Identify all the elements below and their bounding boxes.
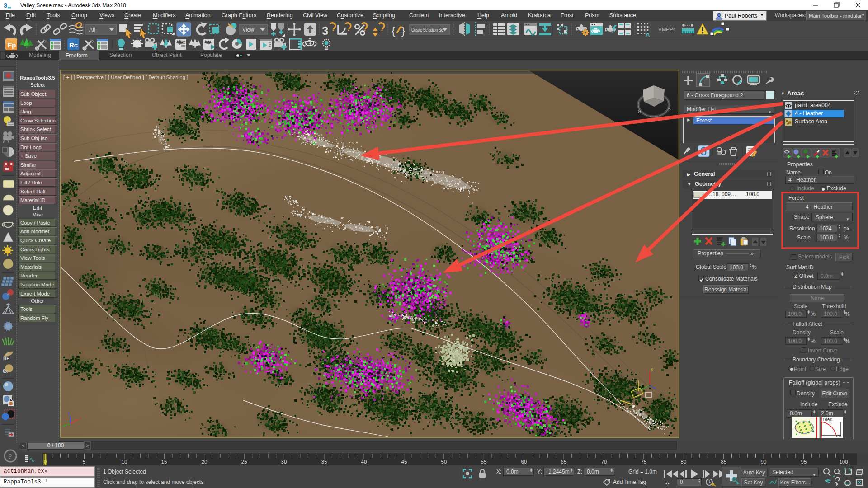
svg-text:85: 85 bbox=[721, 459, 727, 465]
svg-text:35: 35 bbox=[321, 459, 327, 465]
svg-text:0%: 0% bbox=[836, 434, 841, 438]
svg-text:15: 15 bbox=[161, 459, 167, 465]
svg-text:75: 75 bbox=[641, 459, 647, 465]
svg-text:30: 30 bbox=[281, 459, 287, 465]
svg-text:20: 20 bbox=[202, 459, 208, 465]
svg-text:z: z bbox=[68, 411, 70, 415]
svg-text:90: 90 bbox=[761, 459, 767, 465]
svg-text:x: x bbox=[651, 367, 653, 371]
svg-text:0x: 0x bbox=[3, 369, 8, 374]
svg-text:50: 50 bbox=[441, 459, 447, 465]
svg-text:[ + ] [ Perspective ] [ User D: [ + ] [ Perspective ] [ User Defined ] [… bbox=[63, 75, 188, 80]
svg-text:40: 40 bbox=[361, 459, 367, 465]
svg-text:x: x bbox=[79, 416, 81, 420]
svg-text:S: S bbox=[668, 107, 671, 111]
svg-text:5: 5 bbox=[83, 459, 85, 465]
svg-text:60: 60 bbox=[521, 459, 527, 465]
svg-text:25: 25 bbox=[241, 459, 247, 465]
svg-text:70: 70 bbox=[601, 459, 607, 465]
svg-text:10: 10 bbox=[122, 459, 127, 465]
svg-text:?: ? bbox=[8, 453, 12, 460]
svg-text:HF: HF bbox=[3, 356, 9, 361]
svg-text:55: 55 bbox=[481, 459, 487, 465]
svg-text:65: 65 bbox=[561, 459, 567, 465]
svg-text:45: 45 bbox=[401, 459, 407, 465]
svg-text:80: 80 bbox=[681, 459, 687, 465]
svg-text:95: 95 bbox=[801, 459, 807, 465]
svg-text:0: 0 bbox=[44, 459, 47, 465]
svg-text:100: 100 bbox=[839, 459, 848, 465]
